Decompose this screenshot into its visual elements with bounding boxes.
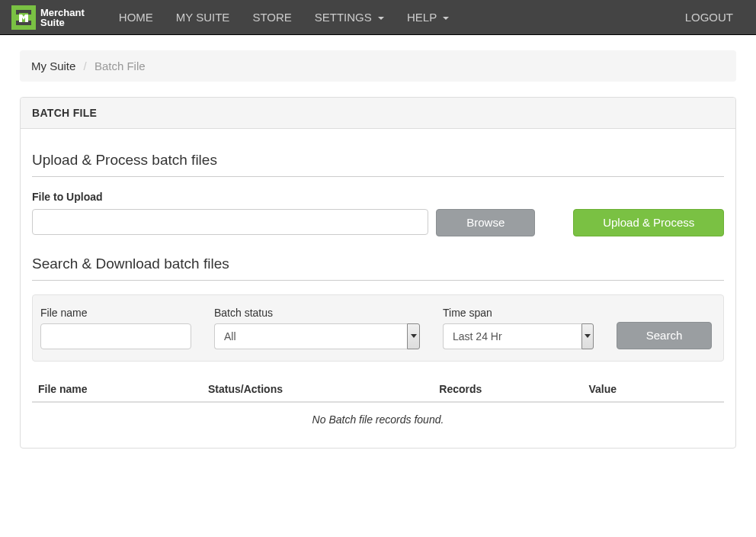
table-header-row: File name Status/Actions Records Value bbox=[32, 377, 724, 403]
col-status: Status/Actions bbox=[208, 383, 439, 395]
col-value: Value bbox=[589, 383, 718, 395]
brand[interactable]: Merchant Suite bbox=[11, 2, 92, 34]
timespan-label: Time span bbox=[443, 307, 594, 319]
upload-section-title: Upload & Process batch files bbox=[32, 152, 724, 169]
filename-input[interactable] bbox=[40, 323, 191, 349]
upload-process-button[interactable]: Upload & Process bbox=[573, 209, 724, 236]
section-divider bbox=[32, 280, 724, 281]
nav-menu: HOME MY SUITE STORE SETTINGS HELP bbox=[107, 0, 674, 34]
nav-help[interactable]: HELP bbox=[396, 0, 460, 34]
filename-label: File name bbox=[40, 307, 191, 319]
file-upload-input[interactable] bbox=[32, 209, 428, 235]
file-upload-label: File to Upload bbox=[32, 191, 724, 203]
search-button[interactable]: Search bbox=[617, 322, 712, 349]
panel-title: BATCH FILE bbox=[21, 98, 735, 129]
timespan-select[interactable] bbox=[443, 323, 581, 349]
nav-logout[interactable]: LOGOUT bbox=[674, 0, 745, 34]
nav-settings[interactable]: SETTINGS bbox=[303, 0, 396, 34]
breadcrumb-separator: / bbox=[79, 59, 91, 72]
search-panel: File name Batch status Time span bbox=[32, 294, 724, 362]
chevron-down-icon bbox=[585, 334, 591, 338]
brand-text: Merchant Suite bbox=[40, 8, 85, 27]
chevron-down-icon bbox=[378, 17, 384, 20]
nav-home[interactable]: HOME bbox=[107, 0, 165, 34]
browse-button[interactable]: Browse bbox=[436, 209, 535, 236]
status-dropdown-button[interactable] bbox=[407, 323, 420, 349]
chevron-down-icon bbox=[411, 334, 417, 338]
empty-message: No Batch file records found. bbox=[32, 403, 724, 436]
breadcrumb-current: Batch File bbox=[94, 59, 146, 72]
status-label: Batch status bbox=[214, 307, 420, 319]
batch-file-panel: BATCH FILE Upload & Process batch files … bbox=[20, 97, 736, 449]
col-filename: File name bbox=[38, 383, 208, 395]
logo-icon bbox=[11, 5, 36, 30]
chevron-down-icon bbox=[443, 17, 449, 20]
timespan-dropdown-button[interactable] bbox=[581, 323, 594, 349]
nav-mysuite[interactable]: MY SUITE bbox=[165, 0, 242, 34]
status-select[interactable] bbox=[214, 323, 407, 349]
section-divider bbox=[32, 176, 724, 177]
col-records: Records bbox=[439, 383, 588, 395]
nav-store[interactable]: STORE bbox=[241, 0, 303, 34]
main-navbar: Merchant Suite HOME MY SUITE STORE SETTI… bbox=[0, 0, 756, 35]
nav-right: LOGOUT bbox=[674, 0, 745, 34]
search-section-title: Search & Download batch files bbox=[32, 256, 724, 272]
breadcrumb: My Suite / Batch File bbox=[20, 50, 736, 82]
breadcrumb-parent[interactable]: My Suite bbox=[31, 59, 75, 72]
results-table: File name Status/Actions Records Value N… bbox=[32, 377, 724, 436]
